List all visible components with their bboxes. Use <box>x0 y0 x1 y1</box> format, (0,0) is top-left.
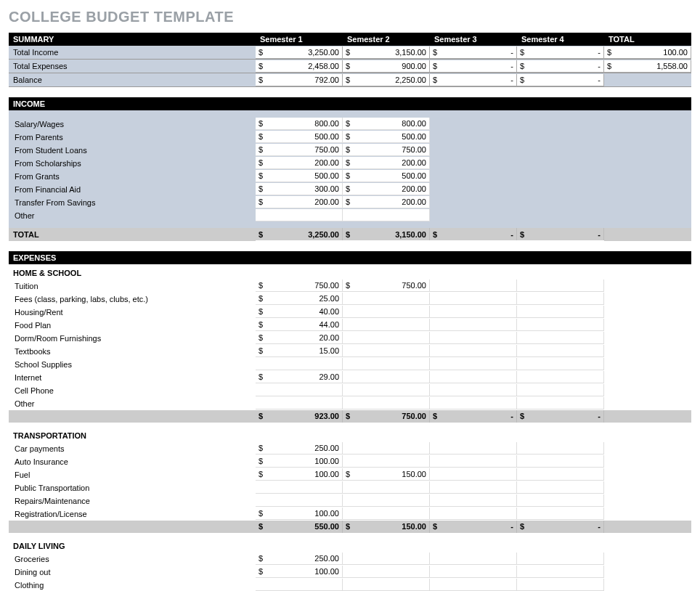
expense-item-label: Internet <box>9 371 256 384</box>
expense-item-label: Dorm/Room Furnishings <box>9 332 256 345</box>
summary-row-label: Total Income <box>9 46 256 60</box>
income-header: INCOME <box>9 97 691 110</box>
budget-table: SUMMARY Semester 1 Semester 2 Semester 3… <box>9 33 691 591</box>
expense-item-label: Public Transportation <box>9 481 256 494</box>
expense-item-label: Textbooks <box>9 345 256 358</box>
expense-item-label: Fees (class, parking, labs, clubs, etc.) <box>9 293 256 306</box>
expense-item-label: Tuition <box>9 280 256 293</box>
expense-item-label: Registration/License <box>9 508 256 521</box>
expense-category: DAILY LIVING <box>9 537 691 553</box>
summary-header: SUMMARY <box>9 33 256 46</box>
col-sem3: Semester 3 <box>430 33 517 46</box>
income-item-label: From Financial Aid <box>9 183 256 196</box>
income-item-label: From Scholarships <box>9 157 256 170</box>
expense-item-label: Cell Phone <box>9 384 256 397</box>
summary-row-label: Balance <box>9 73 256 87</box>
expense-item-label: Groceries <box>9 553 256 566</box>
page-title: COLLEGE BUDGET TEMPLATE <box>9 9 691 25</box>
expenses-header: EXPENSES <box>9 251 691 264</box>
expense-item-label: Auto Insurance <box>9 455 256 468</box>
col-sem1: Semester 1 <box>256 33 343 46</box>
expense-item-label: Other <box>9 397 256 410</box>
col-total: TOTAL <box>604 33 691 46</box>
expense-item-label: Dining out <box>9 566 256 579</box>
expense-category: HOME & SCHOOL <box>9 264 691 280</box>
income-item-label: From Parents <box>9 131 256 144</box>
income-item-label: From Grants <box>9 170 256 183</box>
expense-item-label: School Supplies <box>9 358 256 371</box>
expense-item-label: Repairs/Maintenance <box>9 494 256 508</box>
income-item-label: Salary/Wages <box>9 118 256 131</box>
summary-row-label: Total Expenses <box>9 60 256 73</box>
expense-item-label: Clothing <box>9 579 256 592</box>
expense-item-label: Fuel <box>9 468 256 481</box>
col-sem4: Semester 4 <box>517 33 604 46</box>
income-item-label: From Student Loans <box>9 144 256 157</box>
income-item-label: Transfer From Savings <box>9 196 256 209</box>
income-total-label: TOTAL <box>9 228 256 241</box>
expense-item-label: Food Plan <box>9 319 256 332</box>
expense-category: TRANSPORTATION <box>9 427 691 442</box>
col-sem2: Semester 2 <box>343 33 430 46</box>
expense-item-label: Housing/Rent <box>9 306 256 319</box>
expense-item-label: Car payments <box>9 442 256 455</box>
income-item-label: Other <box>9 209 256 222</box>
